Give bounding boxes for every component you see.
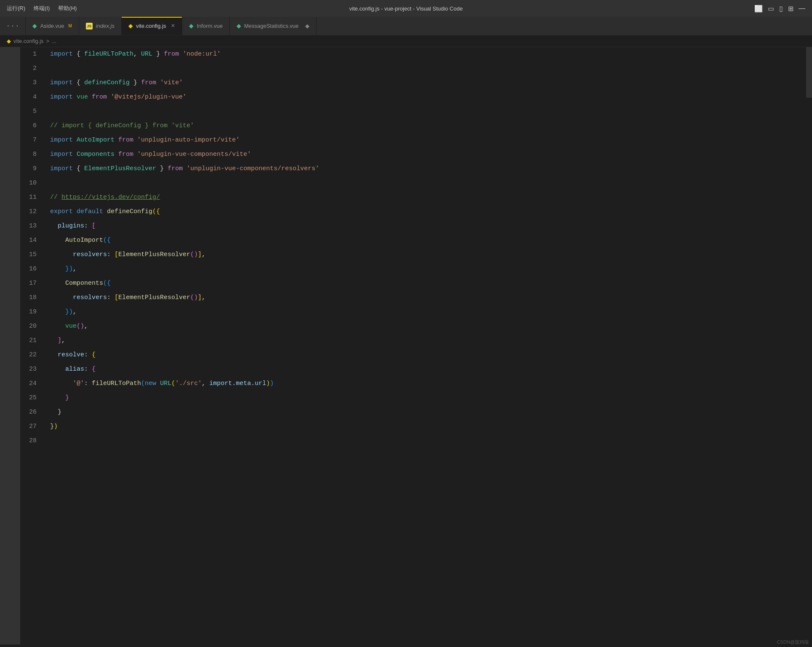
- code-line-3: import { defineConfig } from 'vite': [43, 76, 806, 90]
- tab-message-stats[interactable]: ◆ MessageStatistics.vue ◆: [230, 17, 317, 35]
- code-area: 1 2 3 4 5 6 7 8 9 10 11 12 13 14 15 16 1…: [20, 47, 812, 644]
- titlebar-title: vite.config.js - vue-project - Visual St…: [349, 5, 463, 12]
- code-line-21: ],: [43, 334, 806, 348]
- scrollbar-track[interactable]: [806, 47, 812, 644]
- code-line-11: // https://vitejs.dev/config/: [43, 190, 806, 205]
- tab-inform-label: Inform.vue: [197, 23, 222, 29]
- titlebar-controls[interactable]: ⬜ ▭ ▯ ⊞ —: [754, 5, 805, 13]
- code-line-23: alias: {: [43, 362, 806, 377]
- tab-overflow-indicator[interactable]: ◆: [305, 23, 309, 29]
- breadcrumb-separator: >: [46, 38, 50, 44]
- line-num-15: 15: [27, 248, 37, 262]
- tab-vite-config[interactable]: ◆ vite.config.js ✕: [122, 17, 183, 35]
- line-num-25: 25: [27, 391, 37, 405]
- line-num-28: 28: [27, 434, 37, 448]
- breadcrumb: ◆ vite.config.js > ...: [0, 35, 812, 47]
- breadcrumb-file-icon: ◆: [7, 38, 11, 44]
- code-line-14: AutoImport({: [43, 233, 806, 248]
- line-num-12: 12: [27, 205, 37, 219]
- code-line-6: // import { defineConfig } from 'vite': [43, 119, 806, 133]
- code-line-18: resolvers: [ElementPlusResolver()],: [43, 291, 806, 305]
- code-line-26: }: [43, 405, 806, 420]
- code-line-13: plugins: [: [43, 219, 806, 233]
- line-num-23: 23: [27, 362, 37, 377]
- code-line-19: }),: [43, 305, 806, 319]
- code-line-5: [43, 104, 806, 119]
- window-layout-icon-1[interactable]: ⬜: [754, 5, 763, 13]
- activity-bar: [0, 47, 20, 644]
- line-num-13: 13: [27, 219, 37, 233]
- tab-more-button[interactable]: ···: [0, 17, 26, 35]
- window-layout-icon-3[interactable]: ▯: [779, 5, 783, 13]
- line-num-5: 5: [27, 104, 37, 119]
- line-num-26: 26: [27, 405, 37, 420]
- line-num-9: 9: [27, 162, 37, 176]
- line-num-19: 19: [27, 305, 37, 319]
- window-minimize-button[interactable]: —: [799, 5, 805, 13]
- line-num-4: 4: [27, 90, 37, 104]
- editor-area: 1 2 3 4 5 6 7 8 9 10 11 12 13 14 15 16 1…: [0, 47, 812, 644]
- code-line-12: export default defineConfig({: [43, 205, 806, 219]
- tabbar: ··· ◆ Aside.vue M JS index.js ◆ vite.con…: [0, 17, 812, 35]
- tab-index-label: index.js: [96, 23, 114, 29]
- tab-index-js[interactable]: JS index.js: [79, 17, 122, 35]
- tab-vite-label: vite.config.js: [136, 23, 166, 29]
- line-num-7: 7: [27, 133, 37, 147]
- code-line-7: import AutoImport from 'unplugin-auto-im…: [43, 133, 806, 147]
- code-line-16: }),: [43, 262, 806, 276]
- line-num-8: 8: [27, 147, 37, 162]
- code-line-2: [43, 61, 806, 76]
- code-line-8: import Components from 'unplugin-vue-com…: [43, 147, 806, 162]
- code-line-17: Components({: [43, 276, 806, 291]
- line-num-18: 18: [27, 291, 37, 305]
- code-line-15: resolvers: [ElementPlusResolver()],: [43, 248, 806, 262]
- line-num-11: 11: [27, 190, 37, 205]
- line-num-14: 14: [27, 233, 37, 248]
- menu-item-help[interactable]: 帮助(H): [58, 5, 77, 12]
- line-num-10: 10: [27, 176, 37, 190]
- menu-item-terminal[interactable]: 终端(I): [34, 5, 50, 12]
- line-num-27: 27: [27, 420, 37, 434]
- line-num-17: 17: [27, 276, 37, 291]
- vue-icon-3: ◆: [237, 23, 241, 29]
- breadcrumb-filename[interactable]: vite.config.js: [13, 38, 44, 44]
- scrollbar-thumb[interactable]: [806, 47, 812, 98]
- code-line-24: '@': fileURLToPath(new URL('./src', impo…: [43, 377, 806, 391]
- window-layout-icon-2[interactable]: ▭: [768, 5, 774, 13]
- line-num-16: 16: [27, 262, 37, 276]
- tab-messagestats-label: MessageStatistics.vue: [244, 23, 298, 29]
- line-num-2: 2: [27, 61, 37, 76]
- line-num-21: 21: [27, 334, 37, 348]
- code-line-28: [43, 434, 806, 448]
- code-content[interactable]: import { fileURLToPath, URL } from 'node…: [43, 47, 806, 644]
- titlebar-menu[interactable]: 运行(R) 终端(I) 帮助(H): [7, 5, 77, 12]
- vue-icon: ◆: [32, 23, 37, 29]
- code-line-1: import { fileURLToPath, URL } from 'node…: [43, 47, 806, 61]
- breadcrumb-rest: ...: [52, 38, 56, 44]
- line-num-24: 24: [27, 377, 37, 391]
- line-num-3: 3: [27, 76, 37, 90]
- code-line-25: }: [43, 391, 806, 405]
- code-line-10: [43, 176, 806, 190]
- menu-item-run[interactable]: 运行(R): [7, 5, 25, 12]
- vue-icon-2: ◆: [189, 23, 193, 29]
- code-line-22: resolve: {: [43, 348, 806, 362]
- tab-aside-vue[interactable]: ◆ Aside.vue M: [26, 17, 79, 35]
- tab-inform-vue[interactable]: ◆ Inform.vue: [182, 17, 229, 35]
- tab-close-button[interactable]: ✕: [171, 23, 175, 29]
- line-num-6: 6: [27, 119, 37, 133]
- code-line-20: vue(),: [43, 319, 806, 334]
- line-num-20: 20: [27, 319, 37, 334]
- line-numbers: 1 2 3 4 5 6 7 8 9 10 11 12 13 14 15 16 1…: [20, 47, 43, 644]
- window-layout-icon-4[interactable]: ⊞: [788, 5, 793, 13]
- tab-modified-badge: M: [69, 24, 72, 28]
- code-line-27: }): [43, 420, 806, 434]
- line-num-22: 22: [27, 348, 37, 362]
- code-line-9: import { ElementPlusResolver } from 'unp…: [43, 162, 806, 176]
- watermark: CSDN@菠鸡瑞: [777, 639, 809, 645]
- titlebar: 运行(R) 终端(I) 帮助(H) vite.config.js - vue-p…: [0, 0, 812, 17]
- tab-aside-label: Aside.vue: [40, 23, 64, 29]
- line-num-1: 1: [27, 47, 37, 61]
- code-line-4: import vue from '@vitejs/plugin-vue': [43, 90, 806, 104]
- js-icon: JS: [86, 23, 93, 29]
